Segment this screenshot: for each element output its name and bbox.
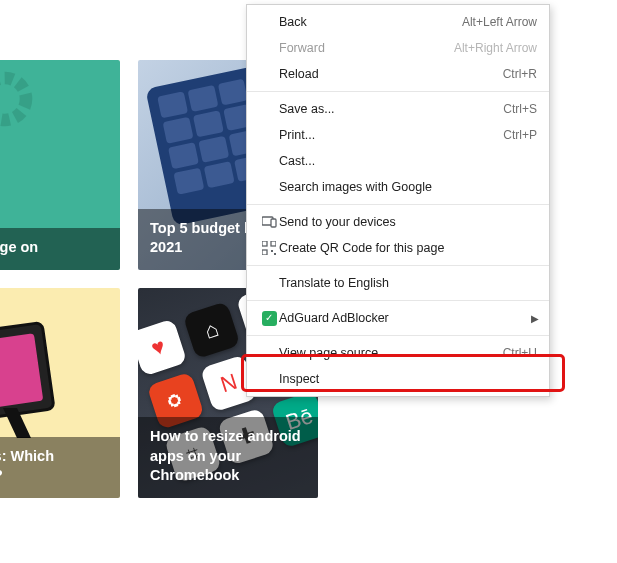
ctx-shortcut: Alt+Left Arrow [462, 15, 537, 29]
qr-icon [259, 241, 279, 255]
ctx-label: Cast... [279, 154, 537, 168]
ctx-item-inspect[interactable]: Inspect [247, 366, 549, 392]
ctx-label: Create QR Code for this page [279, 241, 537, 255]
svg-rect-11 [274, 253, 276, 255]
ctx-item-view-source[interactable]: View page source Ctrl+U [247, 340, 549, 366]
ctx-separator [247, 204, 549, 205]
svg-point-0 [0, 78, 26, 120]
ctx-item-reload[interactable]: Reload Ctrl+R [247, 61, 549, 87]
ctx-label: Save as... [279, 102, 503, 116]
ctx-label: Translate to English [279, 276, 537, 290]
ctx-shortcut: Ctrl+U [503, 346, 537, 360]
ctx-item-adguard[interactable]: ✓ AdGuard AdBlocker ▶ [247, 305, 549, 331]
ctx-item-forward: Forward Alt+Right Arrow [247, 35, 549, 61]
ctx-label: View page source [279, 346, 503, 360]
ctx-item-translate[interactable]: Translate to English [247, 270, 549, 296]
ctx-shortcut: Ctrl+S [503, 102, 537, 116]
ctx-shortcut: Alt+Right Arrow [454, 41, 537, 55]
devices-icon [259, 216, 279, 228]
ctx-label: Send to your devices [279, 215, 537, 229]
card-title: e storage on [0, 228, 120, 270]
ctx-label: AdGuard AdBlocker [279, 311, 537, 325]
ctx-item-search-images[interactable]: Search images with Google [247, 174, 549, 200]
ctx-item-print[interactable]: Print... Ctrl+P [247, 122, 549, 148]
context-menu: Back Alt+Left Arrow Forward Alt+Right Ar… [246, 4, 550, 397]
svg-rect-6 [271, 219, 276, 227]
ctx-item-cast[interactable]: Cast... [247, 148, 549, 174]
ctx-label: Inspect [279, 372, 537, 386]
card-title: How to resize android apps on your Chrom… [138, 417, 318, 498]
card-title: Tablets: Which ctivity? [0, 437, 120, 498]
svg-rect-10 [271, 250, 273, 252]
ctx-separator [247, 335, 549, 336]
gear-icon [0, 64, 40, 134]
ctx-shortcut: Ctrl+R [503, 67, 537, 81]
ctx-item-send-to-devices[interactable]: Send to your devices [247, 209, 549, 235]
ctx-label: Search images with Google [279, 180, 537, 194]
ctx-separator [247, 300, 549, 301]
ctx-label: Print... [279, 128, 503, 142]
ctx-label: Reload [279, 67, 503, 81]
ctx-item-create-qr[interactable]: Create QR Code for this page [247, 235, 549, 261]
database-icon [0, 130, 4, 198]
svg-rect-7 [262, 241, 267, 246]
svg-rect-8 [271, 241, 276, 246]
ctx-label: Forward [279, 41, 454, 55]
ctx-shortcut: Ctrl+P [503, 128, 537, 142]
ctx-item-save-as[interactable]: Save as... Ctrl+S [247, 96, 549, 122]
article-card[interactable]: Tablets: Which ctivity? [0, 288, 120, 498]
svg-rect-9 [262, 250, 267, 255]
submenu-arrow-icon: ▶ [531, 313, 539, 324]
ctx-separator [247, 91, 549, 92]
adguard-icon: ✓ [259, 311, 279, 326]
article-card[interactable]: ↑ e storage on [0, 60, 120, 270]
ctx-item-back[interactable]: Back Alt+Left Arrow [247, 9, 549, 35]
ctx-separator [247, 265, 549, 266]
ctx-label: Back [279, 15, 462, 29]
